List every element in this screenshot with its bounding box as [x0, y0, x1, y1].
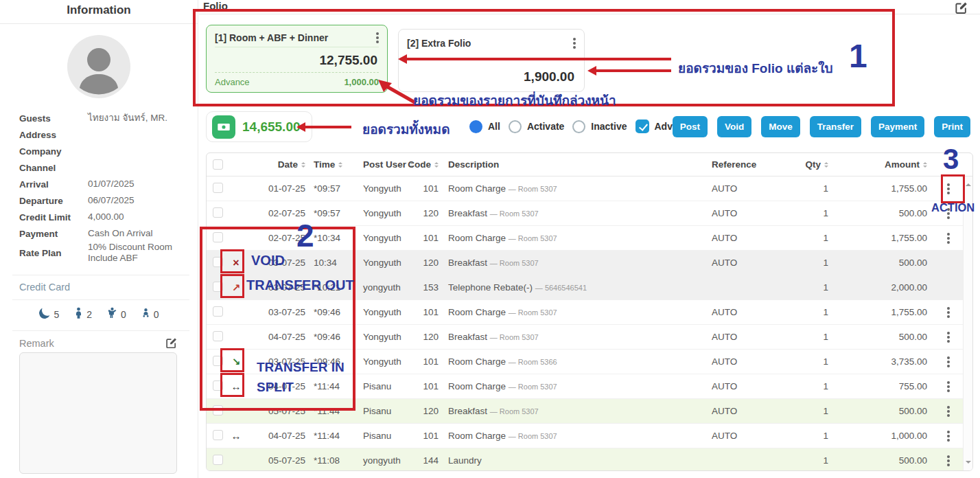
- transfer-out-icon: ↗: [227, 282, 245, 293]
- cell-reference: AUTO: [702, 381, 791, 391]
- cell-time: *11:44: [311, 431, 363, 441]
- row-checkbox[interactable]: [207, 331, 227, 343]
- row-checkbox[interactable]: [207, 232, 227, 244]
- kebab-icon[interactable]: [947, 410, 950, 413]
- row-action-menu[interactable]: [934, 237, 963, 240]
- row-checkbox[interactable]: [207, 257, 227, 269]
- column-header-time[interactable]: Time: [311, 159, 363, 170]
- row-checkbox[interactable]: [207, 430, 227, 442]
- cell-description-note: — Room 5307: [509, 308, 557, 317]
- select-all-checkbox[interactable]: [213, 159, 223, 170]
- folio-card-menu-icon[interactable]: [573, 42, 576, 45]
- folio-card-menu-icon[interactable]: [376, 36, 379, 39]
- row-action-menu[interactable]: [934, 187, 963, 190]
- folio-filters: All Activate Inactive Advance: [469, 120, 695, 133]
- column-header-code[interactable]: Code: [410, 159, 443, 170]
- edit-folio-icon[interactable]: [955, 1, 968, 14]
- kebab-icon[interactable]: [947, 435, 950, 437]
- row-checkbox[interactable]: [207, 306, 227, 319]
- table-row: 05-07-25*11:44Pisanu120Breakfast — Room …: [207, 399, 963, 424]
- column-header-amount[interactable]: Amount: [834, 159, 934, 170]
- filter-radio-activate[interactable]: Activate: [509, 120, 564, 133]
- table-row: ↔04-07-25*11:44Pisanu101Room Charge — Ro…: [207, 424, 963, 448]
- row-action-menu[interactable]: [934, 336, 963, 339]
- row-action-menu[interactable]: [934, 311, 963, 314]
- row-checkbox[interactable]: [207, 282, 227, 294]
- avatar: [67, 35, 130, 98]
- remark-textarea[interactable]: [19, 352, 177, 474]
- move-button[interactable]: Move: [761, 116, 800, 137]
- kebab-icon[interactable]: [947, 212, 950, 215]
- kebab-icon[interactable]: [947, 237, 950, 240]
- column-header-reference[interactable]: Reference: [702, 159, 791, 170]
- cell-post-user: Yongyuth: [363, 233, 410, 243]
- filter-radio-all[interactable]: All: [469, 120, 500, 133]
- kebab-icon[interactable]: [947, 336, 950, 339]
- cell-date: 03-07-25: [245, 282, 311, 293]
- cell-time: *11:44: [311, 406, 363, 416]
- stat-item: 5: [39, 308, 59, 321]
- row-checkbox[interactable]: [207, 356, 227, 368]
- void-button[interactable]: Void: [717, 116, 751, 137]
- filter-radio-inactive[interactable]: Inactive: [572, 120, 627, 133]
- table-row: 05-07-25*11:08yongyuth144Laundry1500.00: [207, 448, 963, 471]
- row-checkbox[interactable]: [207, 183, 227, 195]
- radio-icon[interactable]: [509, 120, 522, 133]
- transfer-button[interactable]: Transfer: [810, 116, 861, 137]
- row-checkbox[interactable]: [207, 405, 227, 418]
- kebab-icon[interactable]: [947, 459, 950, 462]
- field-value: 01/07/2025: [88, 179, 135, 190]
- row-action-menu[interactable]: [934, 459, 963, 462]
- row-action-menu[interactable]: [934, 410, 963, 413]
- checkbox-icon[interactable]: [635, 120, 649, 133]
- scroll-up-icon[interactable]: [966, 181, 971, 186]
- stat-value: 0: [154, 309, 159, 320]
- kebab-icon[interactable]: [947, 311, 950, 314]
- cell-description: Breakfast — Room 5307: [443, 332, 702, 342]
- table-scrollbar[interactable]: [963, 177, 972, 470]
- field-label: Rate Plan: [19, 248, 88, 258]
- guest-field: Channel: [19, 159, 183, 176]
- advance-value: 1,000.00: [344, 77, 379, 87]
- print-button[interactable]: Print: [934, 116, 970, 137]
- table-row: 01-07-25*09:57Yongyuth101Room Charge — R…: [207, 177, 963, 201]
- row-checkbox[interactable]: [207, 207, 227, 220]
- cell-description: Laundry: [443, 455, 702, 466]
- edit-remark-icon[interactable]: [165, 337, 177, 349]
- row-action-menu[interactable]: [934, 435, 963, 437]
- cell-time: *10:21: [311, 282, 363, 293]
- payment-button[interactable]: Payment: [871, 116, 924, 137]
- column-header-description[interactable]: Description: [443, 159, 702, 170]
- field-label: Address: [19, 130, 88, 140]
- guest-field: PaymentCash On Arrival: [19, 225, 183, 242]
- kebab-icon[interactable]: [947, 187, 950, 190]
- post-button[interactable]: Post: [673, 116, 708, 137]
- row-checkbox[interactable]: [207, 455, 227, 467]
- column-header-post-user[interactable]: Post User: [363, 159, 410, 170]
- grand-total-badge: 14,655.00: [206, 111, 312, 142]
- folio-card-1[interactable]: [1] Room + ABF + Dinner 12,755.00 Advanc…: [206, 25, 388, 93]
- kebab-icon[interactable]: [947, 385, 950, 388]
- row-action-menu[interactable]: [934, 385, 963, 388]
- row-action-menu[interactable]: [934, 212, 963, 215]
- radio-icon[interactable]: [469, 120, 482, 133]
- cell-qty: 1: [791, 233, 834, 243]
- kebab-icon[interactable]: [947, 361, 950, 363]
- grand-total-annotation: ยอดรวมทั้งหมด: [362, 119, 450, 139]
- field-label: Departure: [19, 196, 88, 206]
- cell-description: Breakfast — Room 5307: [443, 208, 702, 218]
- radio-icon[interactable]: [572, 120, 585, 133]
- column-header-date[interactable]: Date: [245, 159, 311, 170]
- panel-title: Information: [0, 0, 198, 24]
- cell-post-user: Pisanu: [363, 431, 410, 441]
- grand-total-amount: 14,655.00: [242, 120, 301, 135]
- table-row: ↘03-07-25*09:46Yongyuth101Room Charge — …: [207, 350, 963, 374]
- cell-qty: 1: [791, 208, 834, 218]
- column-header-qty[interactable]: Qty: [791, 159, 834, 170]
- cell-code: 120: [410, 208, 443, 218]
- row-checkbox[interactable]: [207, 380, 227, 393]
- scroll-down-icon[interactable]: [966, 461, 971, 466]
- folio-card-2[interactable]: [2] Extra Folio 1,900.00: [398, 29, 585, 92]
- divider: [12, 275, 189, 275]
- row-action-menu[interactable]: [934, 361, 963, 363]
